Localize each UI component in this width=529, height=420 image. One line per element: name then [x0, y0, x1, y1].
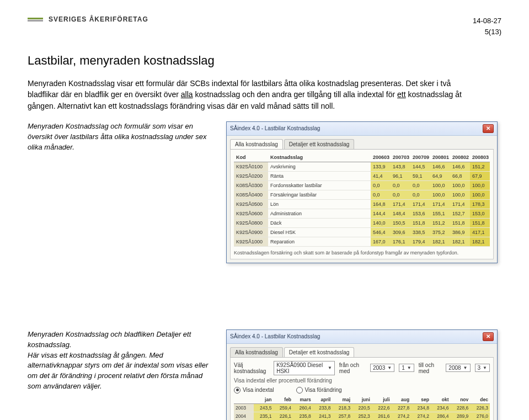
header-page: 5(13) — [473, 26, 501, 38]
select-kostnadsslag[interactable]: K92SÅ0900 Diesel HSKI ▼ — [274, 361, 335, 375]
table-row: K08SÅ0300Fordonsskatter lastbilar0,00,00… — [234, 180, 490, 190]
overview-table: Kod Kostnadsslag 200603 200703 200709 20… — [234, 153, 490, 247]
select-from-month[interactable]: 1▼ — [399, 364, 414, 372]
table-row: K08SÅ0400Försäkringar lastbilar0,00,00,0… — [234, 190, 490, 199]
brand-name: SVERIGES ÅKERIFÖRETAG — [49, 15, 148, 23]
table-row: K92SÅ0500Lön164,8171,4171,4171,4171,4178… — [234, 199, 490, 209]
tab-alla-kostnadsslag[interactable]: Alla kostnadsslag — [230, 347, 283, 357]
detail-table: janfebmarsaprilmajjunijuliaugsepoktnovde… — [234, 396, 490, 420]
brand-logo: SVERIGES ÅKERIFÖRETAG — [28, 15, 148, 23]
radio-dot-icon — [234, 387, 241, 394]
chevron-down-icon: ▼ — [328, 365, 332, 370]
tab-detaljer[interactable]: Detaljer ett kostnadsslag — [284, 347, 355, 357]
table-row: K92SÅ0800Däck140,0150,5151,8151,2151,815… — [234, 218, 490, 227]
table-row: K92SÅ0200Ränta41,496,159,164,966,867,9 — [234, 171, 490, 180]
chevron-down-icon: ▼ — [407, 365, 412, 370]
table-row: K92SÅ0100Avskrivning133,9143,8144,5146,6… — [234, 162, 490, 171]
close-icon[interactable]: ✕ — [483, 332, 494, 341]
close-icon[interactable]: ✕ — [483, 124, 494, 133]
caption-2: Menyraden Kostnadsslag och bladfliken De… — [28, 329, 215, 392]
window-title: SÅindex 4.0 - Lastbilar Kostnadsslag — [230, 125, 320, 131]
label-visa: Visa indextal eller procentuell förändri… — [234, 378, 332, 384]
page-title: Lastbilar, menyraden kostnadsslag — [28, 54, 501, 68]
intro-paragraph: Menyraden Kostnadsslag visar ett formulä… — [28, 78, 480, 111]
header-date: 14-08-27 — [473, 15, 501, 26]
radio-visa-indextal[interactable]: Visa indextal — [234, 387, 274, 394]
chevron-down-icon: ▼ — [387, 365, 392, 370]
overview-footnote: Kostnadsslagen försäkring och skatt som … — [234, 247, 490, 256]
header-meta: 14-08-27 5(13) — [473, 15, 501, 37]
col-kod: Kod — [234, 153, 268, 162]
table-row: K92SÅ1000Reparation167,0176,1179,4182,11… — [234, 237, 490, 246]
select-from-year[interactable]: 2003▼ — [370, 364, 394, 372]
radio-dot-icon — [296, 387, 303, 394]
chevron-down-icon: ▼ — [463, 365, 468, 370]
table-row: 2004235,1226,1235,8241,3257,8252,3261,62… — [234, 412, 490, 420]
logo-mark-icon — [28, 18, 43, 22]
chevron-down-icon: ▼ — [483, 365, 487, 370]
col-slag: Kostnadsslag — [268, 153, 371, 162]
table-row: K92SÅ0600Administration144,4148,4153,615… — [234, 209, 490, 218]
window-kostnadsslag-detail: SÅindex 4.0 - Lastbilar Kostnadsslag ✕ A… — [226, 329, 498, 420]
select-to-month[interactable]: 3▼ — [475, 364, 490, 372]
label-from: från och med — [339, 362, 366, 374]
tab-detaljer[interactable]: Detaljer ett kostnadsslag — [284, 139, 355, 149]
table-row: 2003243,5259,4260,4233,8218,3220,5222,62… — [234, 403, 490, 412]
caption-1: Menyraden Kostnadsslag och formulär som … — [28, 121, 215, 153]
tab-alla-kostnadsslag[interactable]: Alla kostnadsslag — [230, 139, 283, 149]
label-valj: Välj kostnadsslag — [234, 362, 269, 374]
radio-visa-forandring[interactable]: Visa förändring — [296, 387, 342, 394]
label-to: till och med — [419, 362, 442, 374]
select-to-year[interactable]: 2008▼ — [446, 364, 470, 372]
window-title: SÅindex 4.0 - Lastbilar Kostnadsslag — [230, 333, 320, 339]
window-kostnadsslag-overview: SÅindex 4.0 - Lastbilar Kostnadsslag ✕ A… — [226, 121, 498, 263]
table-row: K92SÅ0900Diesel HSK546,4309,6338,5375,23… — [234, 227, 490, 237]
